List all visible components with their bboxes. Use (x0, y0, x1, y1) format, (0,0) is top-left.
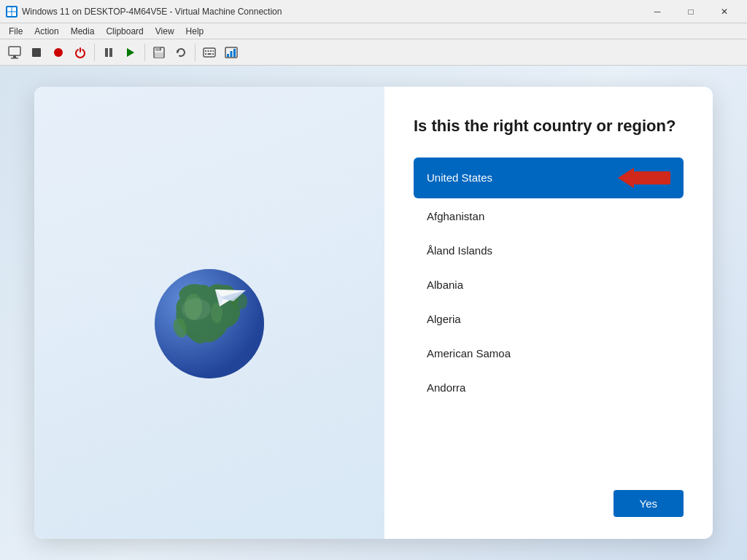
country-item-us[interactable]: United States (414, 158, 684, 198)
svg-rect-5 (13, 55, 16, 58)
svg-rect-7 (32, 48, 41, 57)
country-label-ax: Åland Islands (427, 244, 492, 257)
svg-rect-22 (205, 53, 206, 55)
svg-rect-0 (7, 7, 12, 12)
toolbar-separator-1 (94, 44, 95, 61)
menu-file[interactable]: File (3, 25, 28, 38)
minimize-button[interactable]: ─ (640, 0, 674, 23)
globe-illustration (136, 240, 282, 386)
svg-point-8 (54, 48, 63, 57)
oobe-footer: Yes (414, 475, 684, 517)
svg-rect-10 (109, 48, 112, 57)
svg-rect-17 (204, 48, 215, 57)
country-label-dz: Algeria (427, 313, 461, 325)
country-label-al: Albania (427, 279, 463, 291)
menu-view[interactable]: View (150, 25, 180, 38)
country-item-ad[interactable]: Andorra (414, 371, 684, 404)
country-list[interactable]: United States Afghanistan Åland Islands (414, 158, 684, 475)
selection-arrow (618, 168, 670, 188)
record-button[interactable] (48, 42, 69, 63)
svg-rect-6 (11, 58, 18, 59)
svg-rect-1 (12, 7, 17, 12)
svg-rect-19 (208, 50, 209, 52)
country-label-af: Afghanistan (427, 210, 484, 222)
oobe-left-panel (34, 87, 384, 539)
svg-rect-23 (208, 53, 212, 55)
menu-bar: File Action Media Clipboard View Help (0, 23, 747, 39)
svg-rect-24 (212, 53, 214, 55)
svg-rect-18 (205, 50, 206, 52)
stop-button[interactable] (26, 42, 47, 63)
svg-rect-21 (213, 50, 214, 52)
keyboard-button[interactable] (199, 42, 220, 63)
title-bar: Windows 11 on DESKTOP-4M64V5E - Virtual … (0, 0, 747, 23)
close-button[interactable]: ✕ (708, 0, 741, 23)
toolbar-separator-2 (144, 44, 145, 61)
toolbar (0, 39, 747, 66)
svg-rect-3 (12, 12, 17, 16)
menu-action[interactable]: Action (28, 25, 64, 38)
menu-clipboard[interactable]: Clipboard (100, 25, 149, 38)
svg-rect-4 (9, 47, 20, 55)
svg-marker-11 (127, 48, 134, 57)
country-label-ad: Andorra (427, 381, 465, 394)
country-item-dz[interactable]: Algeria (414, 303, 684, 335)
yes-button[interactable]: Yes (614, 490, 684, 517)
window-title: Windows 11 on DESKTOP-4M64V5E - Virtual … (22, 7, 640, 17)
maximize-button[interactable]: □ (674, 0, 708, 23)
svg-point-34 (182, 298, 211, 320)
toolbar-separator-3 (195, 44, 196, 61)
svg-rect-14 (160, 47, 161, 50)
country-label-us: United States (427, 171, 492, 184)
save-state-button[interactable] (149, 42, 169, 63)
menu-help[interactable]: Help (180, 25, 210, 38)
country-label-as: American Samoa (427, 347, 511, 359)
country-item-al[interactable]: Albania (414, 268, 684, 301)
country-item-af[interactable]: Afghanistan (414, 200, 684, 233)
arrow-body (634, 171, 670, 184)
vm-display: Is this the right country or region? Uni… (0, 66, 747, 560)
revert-button[interactable] (171, 42, 191, 63)
oobe-right-panel: Is this the right country or region? Uni… (384, 87, 713, 539)
performance-button[interactable] (221, 42, 241, 63)
app-icon (6, 6, 18, 18)
svg-rect-2 (7, 12, 12, 16)
window-controls: ─ □ ✕ (640, 0, 741, 23)
power-button[interactable] (70, 42, 90, 63)
country-item-as[interactable]: American Samoa (414, 337, 684, 370)
oobe-title: Is this the right country or region? (414, 116, 684, 137)
oobe-dialog: Is this the right country or region? Uni… (34, 87, 713, 539)
show-desktop-button[interactable] (4, 42, 25, 63)
svg-rect-9 (105, 48, 108, 57)
country-item-ax[interactable]: Åland Islands (414, 234, 684, 267)
pause-button[interactable] (98, 42, 119, 63)
play-button[interactable] (120, 42, 141, 63)
svg-rect-27 (231, 51, 233, 57)
menu-media[interactable]: Media (65, 25, 101, 38)
arrow-head-icon (618, 168, 634, 188)
svg-rect-20 (210, 50, 212, 52)
svg-rect-26 (227, 54, 229, 57)
svg-rect-28 (233, 49, 236, 57)
svg-rect-15 (155, 52, 163, 58)
